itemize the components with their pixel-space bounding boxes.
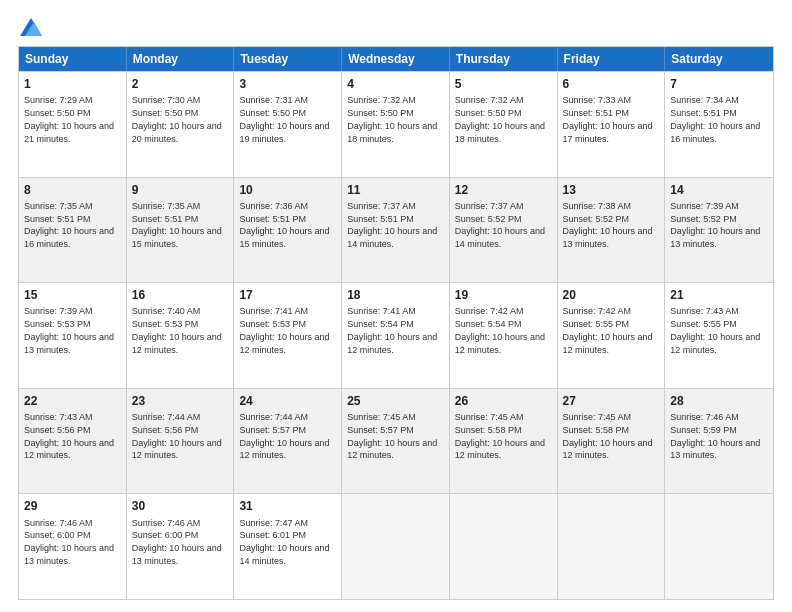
- cell-text: Sunrise: 7:30 AMSunset: 5:50 PMDaylight:…: [132, 95, 222, 143]
- page: SundayMondayTuesdayWednesdayThursdayFrid…: [0, 0, 792, 612]
- cell-text: Sunrise: 7:44 AMSunset: 5:56 PMDaylight:…: [132, 412, 222, 460]
- calendar-header-cell: Monday: [127, 47, 235, 71]
- calendar-header-cell: Wednesday: [342, 47, 450, 71]
- calendar-cell: 15Sunrise: 7:39 AMSunset: 5:53 PMDayligh…: [19, 283, 127, 388]
- cell-text: Sunrise: 7:29 AMSunset: 5:50 PMDaylight:…: [24, 95, 114, 143]
- cell-text: Sunrise: 7:42 AMSunset: 5:55 PMDaylight:…: [563, 306, 653, 354]
- calendar-cell: 10Sunrise: 7:36 AMSunset: 5:51 PMDayligh…: [234, 178, 342, 283]
- cell-text: Sunrise: 7:33 AMSunset: 5:51 PMDaylight:…: [563, 95, 653, 143]
- cell-text: Sunrise: 7:37 AMSunset: 5:52 PMDaylight:…: [455, 201, 545, 249]
- day-number: 6: [563, 76, 660, 92]
- cell-text: Sunrise: 7:32 AMSunset: 5:50 PMDaylight:…: [455, 95, 545, 143]
- calendar-cell: 12Sunrise: 7:37 AMSunset: 5:52 PMDayligh…: [450, 178, 558, 283]
- calendar-cell: 30Sunrise: 7:46 AMSunset: 6:00 PMDayligh…: [127, 494, 235, 599]
- calendar-cell: 28Sunrise: 7:46 AMSunset: 5:59 PMDayligh…: [665, 389, 773, 494]
- day-number: 23: [132, 393, 229, 409]
- cell-text: Sunrise: 7:45 AMSunset: 5:58 PMDaylight:…: [563, 412, 653, 460]
- cell-text: Sunrise: 7:43 AMSunset: 5:55 PMDaylight:…: [670, 306, 760, 354]
- day-number: 22: [24, 393, 121, 409]
- calendar-cell: 29Sunrise: 7:46 AMSunset: 6:00 PMDayligh…: [19, 494, 127, 599]
- calendar-cell: 9Sunrise: 7:35 AMSunset: 5:51 PMDaylight…: [127, 178, 235, 283]
- day-number: 5: [455, 76, 552, 92]
- calendar-cell: 31Sunrise: 7:47 AMSunset: 6:01 PMDayligh…: [234, 494, 342, 599]
- calendar-header: SundayMondayTuesdayWednesdayThursdayFrid…: [19, 47, 773, 71]
- calendar-cell: 18Sunrise: 7:41 AMSunset: 5:54 PMDayligh…: [342, 283, 450, 388]
- calendar-cell: 26Sunrise: 7:45 AMSunset: 5:58 PMDayligh…: [450, 389, 558, 494]
- calendar-cell: [558, 494, 666, 599]
- cell-text: Sunrise: 7:31 AMSunset: 5:50 PMDaylight:…: [239, 95, 329, 143]
- cell-text: Sunrise: 7:35 AMSunset: 5:51 PMDaylight:…: [132, 201, 222, 249]
- day-number: 18: [347, 287, 444, 303]
- day-number: 31: [239, 498, 336, 514]
- calendar-cell: 14Sunrise: 7:39 AMSunset: 5:52 PMDayligh…: [665, 178, 773, 283]
- calendar-cell: [665, 494, 773, 599]
- calendar-cell: 5Sunrise: 7:32 AMSunset: 5:50 PMDaylight…: [450, 72, 558, 177]
- cell-text: Sunrise: 7:46 AMSunset: 5:59 PMDaylight:…: [670, 412, 760, 460]
- cell-text: Sunrise: 7:32 AMSunset: 5:50 PMDaylight:…: [347, 95, 437, 143]
- day-number: 25: [347, 393, 444, 409]
- day-number: 21: [670, 287, 768, 303]
- calendar-header-cell: Tuesday: [234, 47, 342, 71]
- calendar-cell: 20Sunrise: 7:42 AMSunset: 5:55 PMDayligh…: [558, 283, 666, 388]
- day-number: 19: [455, 287, 552, 303]
- cell-text: Sunrise: 7:37 AMSunset: 5:51 PMDaylight:…: [347, 201, 437, 249]
- cell-text: Sunrise: 7:43 AMSunset: 5:56 PMDaylight:…: [24, 412, 114, 460]
- cell-text: Sunrise: 7:38 AMSunset: 5:52 PMDaylight:…: [563, 201, 653, 249]
- day-number: 29: [24, 498, 121, 514]
- cell-text: Sunrise: 7:45 AMSunset: 5:58 PMDaylight:…: [455, 412, 545, 460]
- cell-text: Sunrise: 7:39 AMSunset: 5:52 PMDaylight:…: [670, 201, 760, 249]
- calendar-cell: 24Sunrise: 7:44 AMSunset: 5:57 PMDayligh…: [234, 389, 342, 494]
- day-number: 24: [239, 393, 336, 409]
- cell-text: Sunrise: 7:35 AMSunset: 5:51 PMDaylight:…: [24, 201, 114, 249]
- calendar-row: 22Sunrise: 7:43 AMSunset: 5:56 PMDayligh…: [19, 388, 773, 494]
- cell-text: Sunrise: 7:41 AMSunset: 5:53 PMDaylight:…: [239, 306, 329, 354]
- calendar-cell: 22Sunrise: 7:43 AMSunset: 5:56 PMDayligh…: [19, 389, 127, 494]
- calendar-cell: 11Sunrise: 7:37 AMSunset: 5:51 PMDayligh…: [342, 178, 450, 283]
- calendar-cell: 3Sunrise: 7:31 AMSunset: 5:50 PMDaylight…: [234, 72, 342, 177]
- day-number: 3: [239, 76, 336, 92]
- day-number: 11: [347, 182, 444, 198]
- calendar: SundayMondayTuesdayWednesdayThursdayFrid…: [18, 46, 774, 600]
- calendar-header-cell: Friday: [558, 47, 666, 71]
- day-number: 10: [239, 182, 336, 198]
- day-number: 9: [132, 182, 229, 198]
- calendar-header-cell: Saturday: [665, 47, 773, 71]
- calendar-row: 29Sunrise: 7:46 AMSunset: 6:00 PMDayligh…: [19, 493, 773, 599]
- calendar-cell: 7Sunrise: 7:34 AMSunset: 5:51 PMDaylight…: [665, 72, 773, 177]
- cell-text: Sunrise: 7:47 AMSunset: 6:01 PMDaylight:…: [239, 518, 329, 566]
- day-number: 1: [24, 76, 121, 92]
- header: [18, 18, 774, 36]
- cell-text: Sunrise: 7:39 AMSunset: 5:53 PMDaylight:…: [24, 306, 114, 354]
- calendar-cell: [342, 494, 450, 599]
- day-number: 26: [455, 393, 552, 409]
- day-number: 17: [239, 287, 336, 303]
- calendar-cell: 1Sunrise: 7:29 AMSunset: 5:50 PMDaylight…: [19, 72, 127, 177]
- calendar-body: 1Sunrise: 7:29 AMSunset: 5:50 PMDaylight…: [19, 71, 773, 599]
- day-number: 7: [670, 76, 768, 92]
- cell-text: Sunrise: 7:42 AMSunset: 5:54 PMDaylight:…: [455, 306, 545, 354]
- calendar-cell: 17Sunrise: 7:41 AMSunset: 5:53 PMDayligh…: [234, 283, 342, 388]
- calendar-cell: 4Sunrise: 7:32 AMSunset: 5:50 PMDaylight…: [342, 72, 450, 177]
- day-number: 8: [24, 182, 121, 198]
- calendar-cell: 8Sunrise: 7:35 AMSunset: 5:51 PMDaylight…: [19, 178, 127, 283]
- day-number: 2: [132, 76, 229, 92]
- calendar-cell: 16Sunrise: 7:40 AMSunset: 5:53 PMDayligh…: [127, 283, 235, 388]
- calendar-cell: 19Sunrise: 7:42 AMSunset: 5:54 PMDayligh…: [450, 283, 558, 388]
- day-number: 20: [563, 287, 660, 303]
- day-number: 30: [132, 498, 229, 514]
- day-number: 28: [670, 393, 768, 409]
- calendar-cell: 13Sunrise: 7:38 AMSunset: 5:52 PMDayligh…: [558, 178, 666, 283]
- logo-icon: [20, 18, 42, 36]
- cell-text: Sunrise: 7:40 AMSunset: 5:53 PMDaylight:…: [132, 306, 222, 354]
- cell-text: Sunrise: 7:41 AMSunset: 5:54 PMDaylight:…: [347, 306, 437, 354]
- calendar-cell: 6Sunrise: 7:33 AMSunset: 5:51 PMDaylight…: [558, 72, 666, 177]
- day-number: 12: [455, 182, 552, 198]
- calendar-header-cell: Thursday: [450, 47, 558, 71]
- day-number: 14: [670, 182, 768, 198]
- calendar-row: 1Sunrise: 7:29 AMSunset: 5:50 PMDaylight…: [19, 71, 773, 177]
- cell-text: Sunrise: 7:36 AMSunset: 5:51 PMDaylight:…: [239, 201, 329, 249]
- calendar-cell: [450, 494, 558, 599]
- logo: [18, 18, 42, 36]
- cell-text: Sunrise: 7:34 AMSunset: 5:51 PMDaylight:…: [670, 95, 760, 143]
- calendar-row: 8Sunrise: 7:35 AMSunset: 5:51 PMDaylight…: [19, 177, 773, 283]
